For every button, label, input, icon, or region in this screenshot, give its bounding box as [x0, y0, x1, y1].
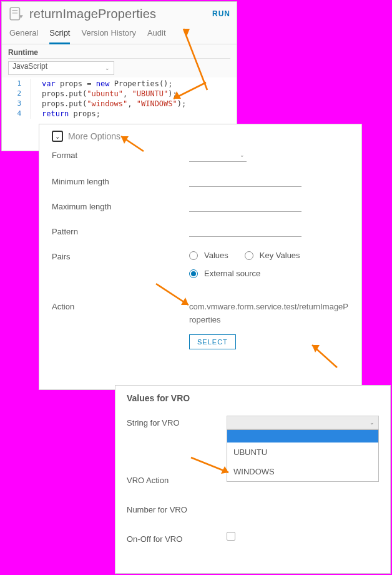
- code-text: props.put("ubuntu", "UBUNTU");: [31, 89, 177, 99]
- dropdown-item-windows[interactable]: WINDOWS: [227, 462, 378, 481]
- pairs-external-radio[interactable]: [189, 269, 198, 278]
- code-text: props.put("windows", "WINDOWS");: [31, 99, 186, 109]
- code-line: 1var props = new Properties();: [2, 79, 237, 89]
- line-number: 3: [2, 99, 31, 109]
- select-button[interactable]: SELECT: [189, 334, 236, 349]
- min-length-label: Minimum length: [52, 176, 189, 186]
- runtime-select[interactable]: JavaScript ⌄: [8, 61, 114, 75]
- vro-title: Values for VRO: [127, 393, 379, 403]
- chevron-down-icon: ⌄: [105, 65, 110, 71]
- pairs-keyvalues-radio[interactable]: [245, 251, 253, 260]
- code-line: 2props.put("ubuntu", "UBUNTU");: [2, 89, 237, 99]
- action-label: Action: [52, 301, 189, 311]
- chevron-down-icon: ⌄: [370, 419, 375, 426]
- dropdown-spacer[interactable]: [227, 430, 378, 442]
- pattern-label: Pattern: [52, 226, 189, 236]
- code-editor[interactable]: 1var props = new Properties();2props.put…: [2, 78, 237, 121]
- min-length-input[interactable]: [189, 176, 301, 187]
- action-path-text: com.vmware.form.service.test/returnImage…: [189, 301, 349, 327]
- pairs-external-label: External source: [204, 269, 260, 278]
- runtime-section: Runtime JavaScript ⌄: [2, 44, 237, 78]
- chevron-down-icon: ⌄: [240, 152, 245, 158]
- more-options-label: More Options: [68, 131, 120, 141]
- runtime-value: JavaScript: [12, 62, 47, 71]
- tab-audit[interactable]: Audit: [147, 28, 166, 44]
- vro-string-dropdown-list: UBUNTU WINDOWS: [227, 429, 379, 482]
- vro-number-label: Number for VRO: [127, 502, 227, 514]
- vro-onoff-label: On-Off for VRO: [127, 532, 227, 544]
- line-number: 1: [2, 79, 31, 89]
- tab-script[interactable]: Script: [49, 28, 70, 44]
- pairs-values-radio[interactable]: [189, 251, 198, 260]
- dropdown-item-ubuntu[interactable]: UBUNTU: [227, 442, 378, 462]
- more-options-header[interactable]: ⌄ More Options: [52, 131, 349, 142]
- vro-onoff-checkbox[interactable]: [227, 532, 235, 541]
- tab-version-history[interactable]: Version History: [81, 28, 135, 44]
- format-select[interactable]: ⌄: [189, 149, 247, 162]
- line-number: 4: [2, 109, 31, 119]
- action-title: returnImageProperties: [29, 7, 212, 21]
- svg-rect-0: [10, 8, 19, 20]
- vro-string-dropdown[interactable]: ⌄: [227, 416, 379, 429]
- pattern-input[interactable]: [189, 226, 301, 237]
- pairs-keyvalues-label: Key Values: [260, 251, 300, 260]
- vro-string-label: String for VRO: [127, 416, 227, 428]
- code-line: 4return props;: [2, 109, 237, 119]
- code-line: 3props.put("windows", "WINDOWS");: [2, 99, 237, 109]
- script-action-icon: [8, 6, 24, 22]
- pairs-values-label: Values: [204, 251, 228, 260]
- format-label: Format: [52, 149, 189, 160]
- tab-general[interactable]: General: [9, 28, 38, 44]
- editor-tabs: GeneralScriptVersion HistoryAudit: [2, 23, 237, 44]
- max-length-input[interactable]: [189, 201, 301, 212]
- vro-values-panel: Values for VRO String for VRO ⌄ UBUNTU W…: [115, 385, 391, 574]
- runtime-label: Runtime: [8, 48, 230, 59]
- run-button[interactable]: RUN: [212, 9, 230, 18]
- line-number: 2: [2, 89, 31, 99]
- code-text: return props;: [31, 109, 100, 119]
- max-length-label: Maximum length: [52, 201, 189, 211]
- code-text: var props = new Properties();: [31, 79, 173, 89]
- editor-header: returnImageProperties RUN: [2, 2, 237, 23]
- pairs-label: Pairs: [52, 251, 189, 261]
- chevron-down-icon[interactable]: ⌄: [52, 131, 63, 142]
- vro-action-label: VRO Action: [127, 473, 227, 485]
- more-options-panel: ⌄ More Options Format ⌄ Minimum length M…: [39, 124, 362, 390]
